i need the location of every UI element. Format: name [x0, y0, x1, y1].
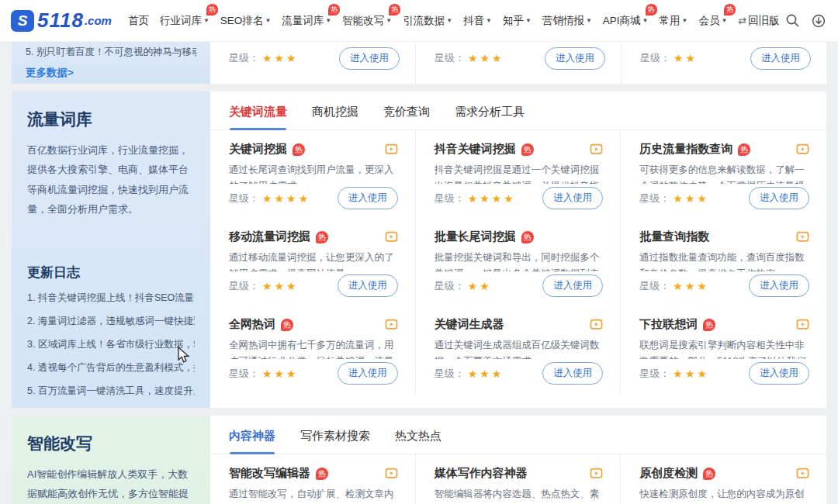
update-log-item[interactable]: 2. 海量词过滤器，违规敏感词一键快捷过滤	[27, 315, 195, 328]
enter-tool-button[interactable]: 进入使用	[545, 47, 605, 70]
tab-content-tools[interactable]: 内容神器	[229, 429, 275, 454]
tool-card-description: 抖音关键词挖掘是通过一个关键词挖掘出海量相关抖音关键词，并提供抖音指数、头条指数…	[435, 162, 604, 184]
tool-card-title[interactable]: 媒体写作内容神器	[435, 466, 528, 481]
nav-item-membership[interactable]: 会员▼热	[698, 8, 727, 34]
enter-tool-button[interactable]: 进入使用	[338, 274, 398, 297]
search-icon[interactable]	[785, 13, 801, 29]
enter-tool-button[interactable]: 进入使用	[542, 187, 603, 209]
nav-item-frequently-used[interactable]: 常用▼	[660, 8, 688, 34]
update-log-item[interactable]: 1. 抖音关键词挖掘上线！抖音SEO流量聚焦...	[27, 292, 195, 305]
tool-card-description: 快速检测原创度，让您的内容成为原创文章，提高在全网平台收录率	[639, 486, 809, 504]
tool-card-title[interactable]: 批量长尾词挖掘	[435, 230, 516, 244]
hot-badge: 热	[281, 319, 293, 331]
section-traffic-lexicon: 流量词库 百亿数据行业词库，行业流量挖掘，提供各大搜索引擎、电商、媒体平台等商机…	[12, 91, 826, 408]
star-rating: ★★★	[673, 368, 709, 380]
update-log-item[interactable]: 4. 透视每个广告背后的生意盈利模式，挖掘...	[27, 361, 195, 375]
video-tutorial-icon[interactable]	[590, 319, 603, 330]
video-tutorial-icon[interactable]	[796, 468, 809, 479]
nav-item-marketing-intel[interactable]: 营销情报▼	[542, 8, 592, 34]
hot-badge: 热	[316, 231, 328, 243]
site-logo[interactable]: S 5118 .com	[11, 9, 112, 33]
update-log-item[interactable]: 5. 百万流量词一键清洗工具，速度提升几十...	[27, 385, 195, 398]
star-rating: ★★★	[468, 368, 504, 380]
tool-card-title[interactable]: 抖音关键词挖掘	[435, 142, 516, 157]
star-rating: ★★	[674, 52, 698, 64]
hot-badge: 热	[293, 143, 305, 156]
video-tutorial-icon[interactable]	[590, 143, 603, 155]
star-rating-label: 星级：	[229, 192, 259, 205]
star-rating: ★★	[468, 280, 492, 292]
enter-tool-button[interactable]: 进入使用	[749, 274, 809, 297]
video-tutorial-icon[interactable]	[796, 231, 809, 243]
video-tutorial-icon[interactable]	[385, 231, 398, 243]
enter-tool-button[interactable]: 进入使用	[749, 362, 809, 385]
video-tutorial-icon[interactable]	[385, 319, 398, 330]
enter-tool-button[interactable]: 进入使用	[338, 187, 398, 209]
tool-card-title[interactable]: 全网热词	[229, 317, 275, 332]
nav-item-old-version[interactable]: ⇄回旧版	[738, 8, 779, 34]
tool-card: 星级：★★ 进入使用	[622, 42, 826, 84]
update-log-item[interactable]: 3. 区域词库上线！各省市级行业数据，轻松...	[27, 338, 195, 351]
video-tutorial-icon[interactable]	[385, 468, 398, 479]
chevron-down-icon: ▼	[446, 17, 452, 24]
chevron-down-icon: ▼	[525, 17, 532, 24]
tool-card-title[interactable]: 历史流量指数查询	[639, 142, 732, 157]
nav-item-douyin[interactable]: 抖音▼	[463, 8, 492, 34]
nav-item-lead-generation-data[interactable]: 引流数据▼	[403, 8, 452, 34]
section3-main: 内容神器 写作素材搜索 热文热点 智能改写编辑器热 通过智能改写，自动扩展、检测…	[210, 416, 826, 504]
star-rating: ★★★	[262, 52, 299, 64]
hot-badge: 热	[328, 4, 340, 16]
section-industry-lexicon-partial: 5. 别只盯着百度！不可忽视的神马与移动搜流... 更多数据> 星级：★★★ 进…	[12, 42, 826, 84]
tool-card-description: 智能编辑器将内容选题、热点热文、素材搜索、智能改写、违规检测、样式排版等新媒体从…	[435, 486, 604, 504]
enter-tool-button[interactable]: 进入使用	[542, 274, 603, 297]
star-rating-label: 星级：	[639, 279, 670, 293]
tool-card-title[interactable]: 原创度检测	[639, 466, 698, 481]
tool-card-title[interactable]: 批量查询指数	[639, 230, 709, 244]
tab-demand-analysis[interactable]: 需求分析工具	[455, 105, 525, 129]
video-tutorial-icon[interactable]	[385, 143, 398, 155]
tool-card-title[interactable]: 下拉联想词	[639, 317, 698, 332]
nav-item-home[interactable]: 首页	[128, 8, 149, 34]
nav-item-seo-ranking[interactable]: SEO排名▼	[220, 8, 271, 34]
tool-card-description: 通过指数批量查询功能，查询百度指数和竞价参数，提高排名工作效率	[639, 250, 809, 271]
tool-card-title[interactable]: 智能改写编辑器	[229, 466, 310, 481]
update-log-item[interactable]: 5. 别只盯着百度！不可忽视的神马与移动搜流...	[26, 46, 196, 59]
hot-badge: 热	[724, 4, 736, 16]
tool-card-title[interactable]: 关键词生成器	[435, 317, 504, 332]
video-tutorial-icon[interactable]	[796, 319, 809, 330]
nav-item-industry-lexicon[interactable]: 行业词库▼热	[160, 8, 210, 34]
hot-badge: 热	[206, 4, 218, 16]
star-rating-label: 星级：	[639, 367, 670, 381]
tool-card: 批量长尾词挖掘热 批量挖掘关键词和导出，同时挖掘多个关键词，一键导出多个关键词数…	[416, 218, 622, 306]
section-description: AI智能创作编辑解放人类双手，大数据赋能高效创作无忧，多方位智能提取快捷创作，对…	[27, 464, 195, 504]
tool-card: 批量查询指数 通过指数批量查询功能，查询百度指数和竞价参数，提高排名工作效率 星…	[621, 218, 826, 306]
download-icon[interactable]	[811, 13, 826, 29]
enter-tool-button[interactable]: 进入使用	[749, 187, 809, 209]
nav-item-api-store[interactable]: API商城▼热	[603, 8, 649, 34]
tool-card: 下拉联想词热 联想词是搜索引擎判断内容相关性中非常重要的一部分，5118改变了以…	[621, 306, 826, 393]
nav-item-traffic-lexicon[interactable]: 流量词库▼热	[282, 8, 331, 34]
enter-tool-button[interactable]: 进入使用	[542, 362, 603, 385]
tool-card: 媒体写作内容神器 智能编辑器将内容选题、热点热文、素材搜索、智能改写、违规检测、…	[416, 454, 622, 504]
tab-keyword-traffic[interactable]: 关键词流量	[229, 105, 287, 129]
video-tutorial-icon[interactable]	[590, 468, 603, 479]
section2-main: 关键词流量 商机挖掘 竞价查询 需求分析工具 关键词挖掘热 通过长尾词查询找到用…	[210, 91, 826, 408]
enter-tool-button[interactable]: 进入使用	[338, 362, 398, 385]
chevron-down-icon: ▼	[586, 17, 592, 24]
tool-card: 移动流量词挖掘热 通过移动流量词挖掘，让您更深入的了解用户需求，提高网站流量 星…	[210, 218, 416, 306]
video-tutorial-icon[interactable]	[796, 143, 809, 155]
hot-badge: 热	[703, 468, 715, 480]
nav-item-smart-rewrite[interactable]: 智能改写▼热	[342, 8, 392, 34]
more-data-link[interactable]: 更多数据>	[26, 66, 196, 80]
tab-writing-material-search[interactable]: 写作素材搜索	[300, 429, 370, 454]
tool-card-title[interactable]: 关键词挖掘	[229, 142, 287, 157]
tool-card-title[interactable]: 移动流量词挖掘	[229, 230, 310, 244]
enter-tool-button[interactable]: 进入使用	[750, 47, 811, 70]
nav-item-zhihu[interactable]: 知乎▼	[503, 8, 532, 34]
tab-business-mining[interactable]: 商机挖掘	[312, 105, 358, 129]
enter-tool-button[interactable]: 进入使用	[339, 47, 400, 70]
tab-hot-articles[interactable]: 热文热点	[395, 429, 442, 454]
hot-badge: 热	[738, 143, 750, 156]
tab-bidding-query[interactable]: 竞价查询	[383, 105, 430, 129]
star-rating: ★★★	[673, 280, 709, 292]
